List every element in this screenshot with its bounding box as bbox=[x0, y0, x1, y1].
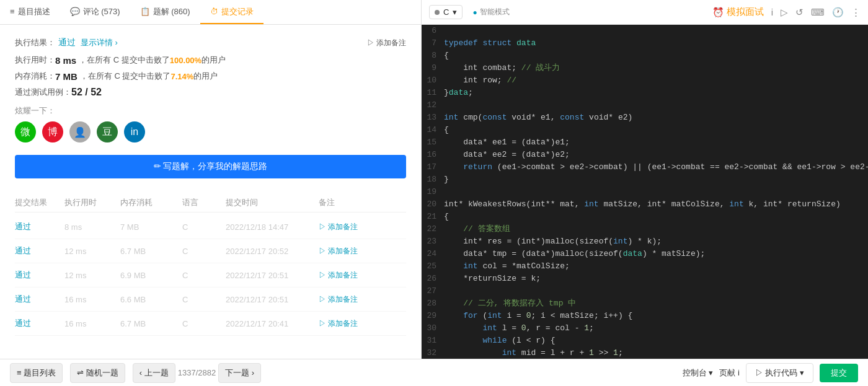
problem-list-btn[interactable]: ≡ 题目列表 bbox=[10, 363, 63, 383]
info-icon[interactable]: i bbox=[771, 7, 773, 17]
run-code-btn[interactable]: ▷ 执行代码 ▾ bbox=[746, 363, 813, 383]
line-number: 31 bbox=[422, 335, 444, 347]
mock-interview-btn[interactable]: ⏰ 模拟面试 bbox=[712, 6, 764, 18]
row-result[interactable]: 通过 bbox=[15, 294, 64, 305]
lang-dot bbox=[435, 10, 440, 15]
top-nav: ≡ 题目描述 💬 评论 (573) 📋 题解 (860) ⏱ 提交记录 C ▾ … bbox=[0, 0, 868, 25]
mem-value: 7 MB bbox=[55, 71, 78, 82]
desc-icon: ≡ bbox=[10, 7, 15, 16]
douban-share-btn[interactable]: 豆 bbox=[97, 121, 118, 143]
clock-icon: ⏱ bbox=[210, 7, 218, 16]
line-number: 9 bbox=[422, 62, 444, 74]
tab-submissions-label: 提交记录 bbox=[221, 6, 254, 17]
more-icon[interactable]: ⋮ bbox=[851, 7, 861, 18]
wechat-share-btn[interactable]: 微 bbox=[15, 121, 36, 143]
mem-beat-value: 7.14% bbox=[170, 72, 193, 81]
row-time: 16 ms bbox=[64, 295, 120, 304]
timer-icon[interactable]: 🕐 bbox=[832, 7, 844, 18]
avatar-share-btn[interactable]: 👤 bbox=[69, 121, 91, 143]
bottom-right: 控制台 ▾ 页献 i ▷ 执行代码 ▾ 提交 bbox=[683, 363, 858, 383]
line-code: // 答案数组 bbox=[444, 223, 868, 235]
language-selector[interactable]: C ▾ bbox=[429, 5, 463, 19]
row-result[interactable]: 通过 bbox=[15, 221, 64, 232]
row-add-note-btn[interactable]: ▷ 添加备注 bbox=[319, 270, 406, 281]
tab-solutions[interactable]: 📋 题解 (860) bbox=[130, 0, 200, 24]
code-line: 7typedef struct data bbox=[422, 37, 868, 50]
line-code bbox=[444, 99, 868, 112]
time-beat-suffix: 的用户 bbox=[202, 55, 226, 66]
code-line: 31 while (l < r) { bbox=[422, 335, 868, 347]
line-code bbox=[444, 25, 868, 37]
linkedin-share-btn[interactable]: in bbox=[124, 121, 145, 143]
row-lang: C bbox=[182, 295, 226, 304]
add-note-top-btn[interactable]: ▷ 添加备注 bbox=[367, 38, 406, 48]
problem-nav: ‹ 上一题 1337/2882 下一题 › bbox=[133, 363, 261, 383]
code-line: 15 data* ee1 = (data*)e1; bbox=[422, 136, 868, 149]
code-line: 12 bbox=[422, 99, 868, 112]
code-line: 9 int combat; // 战斗力 bbox=[422, 62, 868, 74]
row-result[interactable]: 通过 bbox=[15, 318, 64, 329]
row-mem: 6.9 MB bbox=[120, 271, 182, 280]
line-number: 26 bbox=[422, 273, 444, 285]
play-icon[interactable]: ▷ bbox=[781, 7, 788, 18]
row-result[interactable]: 通过 bbox=[15, 270, 64, 281]
line-number: 13 bbox=[422, 112, 444, 124]
code-editor: 6 7typedef struct data8{9 int combat; //… bbox=[422, 25, 868, 359]
line-code: int row; // bbox=[444, 74, 868, 87]
random-problem-btn[interactable]: ⇌ 随机一题 bbox=[70, 363, 125, 383]
time-value: 8 ms bbox=[55, 55, 76, 66]
row-add-note-btn[interactable]: ▷ 添加备注 bbox=[319, 318, 406, 329]
row-time: 12 ms bbox=[64, 271, 120, 280]
test-label: 通过测试用例： bbox=[15, 87, 71, 98]
line-code: int mid = l + r + 1 >> 1; bbox=[444, 347, 868, 359]
col-header-lang: 语言 bbox=[182, 197, 226, 208]
chevron-down-icon: ▾ bbox=[453, 7, 457, 17]
line-number: 21 bbox=[422, 211, 444, 223]
col-header-mem: 内存消耗 bbox=[120, 197, 182, 208]
solution-icon: 📋 bbox=[140, 7, 150, 16]
table-rows: 通过 8 ms 7 MB C 2022/12/18 14:47 ▷ 添加备注 通… bbox=[15, 215, 406, 336]
next-problem-btn[interactable]: 下一题 › bbox=[218, 363, 261, 383]
code-area[interactable]: 6 7typedef struct data8{9 int combat; //… bbox=[422, 25, 868, 359]
line-number: 17 bbox=[422, 161, 444, 173]
line-number: 8 bbox=[422, 50, 444, 62]
tab-comments[interactable]: 💬 评论 (573) bbox=[60, 0, 130, 24]
row-time: 8 ms bbox=[64, 222, 120, 232]
row-mem: 6.7 MB bbox=[120, 247, 182, 256]
code-line: 11}data; bbox=[422, 87, 868, 99]
line-number: 10 bbox=[422, 74, 444, 87]
row-result[interactable]: 通过 bbox=[15, 245, 64, 257]
code-line: 23 int* res = (int*)malloc(sizeof(int) *… bbox=[422, 235, 868, 248]
write-solution-btn[interactable]: ✏ 写题解，分享我的解题思路 bbox=[15, 155, 406, 178]
console-btn[interactable]: 控制台 ▾ bbox=[683, 367, 714, 379]
table-row: 通过 16 ms 6.7 MB C 2022/12/17 20:41 ▷ 添加备… bbox=[15, 312, 406, 336]
smart-mode-toggle[interactable]: ● 智能模式 bbox=[472, 7, 509, 17]
tab-desc-label: 题目描述 bbox=[18, 6, 50, 17]
row-add-note-btn[interactable]: ▷ 添加备注 bbox=[319, 246, 406, 257]
row-time: 16 ms bbox=[64, 319, 120, 328]
result-detail-link[interactable]: 显示详情 › bbox=[81, 37, 118, 48]
tab-submissions[interactable]: ⏱ 提交记录 bbox=[200, 0, 264, 24]
tab-description[interactable]: ≡ 题目描述 bbox=[0, 0, 60, 24]
prev-problem-btn[interactable]: ‹ 上一题 bbox=[133, 363, 175, 383]
row-add-note-btn[interactable]: ▷ 添加备注 bbox=[319, 294, 406, 305]
table-header: 提交结果 执行用时 内存消耗 语言 提交时间 备注 bbox=[15, 193, 406, 213]
weibo-share-btn[interactable]: 博 bbox=[42, 121, 63, 143]
refresh-icon[interactable]: ↺ bbox=[795, 7, 804, 18]
page-ref[interactable]: 页献 i bbox=[719, 367, 740, 379]
table-row: 通过 12 ms 6.9 MB C 2022/12/17 20:51 ▷ 添加备… bbox=[15, 263, 406, 287]
submissions-table: 提交结果 执行用时 内存消耗 语言 提交时间 备注 通过 8 ms 7 MB C… bbox=[15, 193, 406, 336]
code-line: 17 return (ee1->combat > ee2->combat) ||… bbox=[422, 161, 868, 173]
mem-beat-prefix: ，在所有 C 提交中击败了 bbox=[80, 71, 171, 82]
testcase-row: 通过测试用例： 52 / 52 bbox=[15, 87, 406, 98]
social-icons: 微 博 👤 豆 in bbox=[15, 121, 406, 143]
keyboard-icon[interactable]: ⌨ bbox=[811, 7, 825, 18]
col-header-result: 提交结果 bbox=[15, 197, 64, 208]
bottom-bar: ≡ 题目列表 ⇌ 随机一题 ‹ 上一题 1337/2882 下一题 › 控制台 … bbox=[0, 359, 868, 386]
code-line: 18} bbox=[422, 173, 868, 186]
language-label: C bbox=[443, 7, 449, 17]
line-number: 30 bbox=[422, 322, 444, 335]
line-code: { bbox=[444, 124, 868, 136]
row-add-note-btn[interactable]: ▷ 添加备注 bbox=[319, 222, 406, 232]
submit-btn[interactable]: 提交 bbox=[820, 364, 858, 382]
